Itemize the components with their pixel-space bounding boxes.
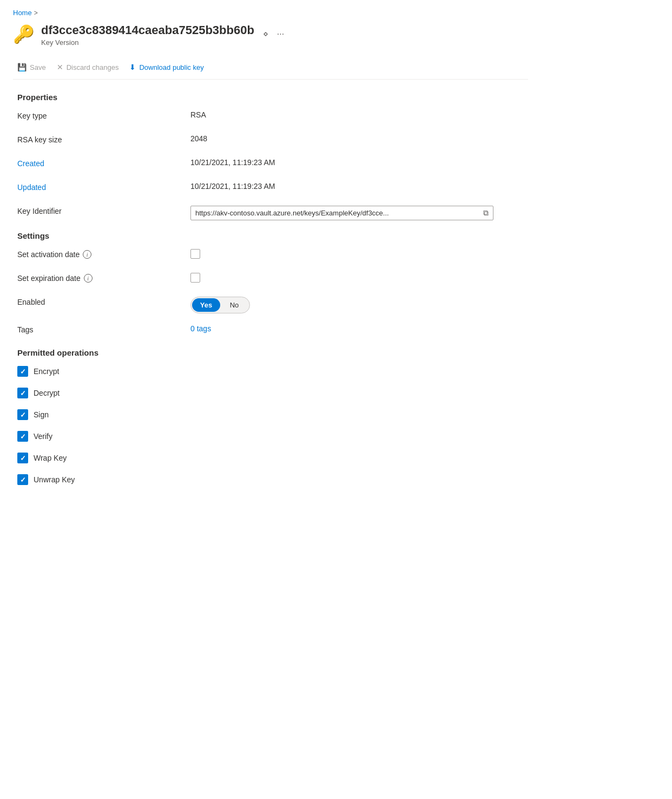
updated-label: Updated	[17, 182, 190, 192]
permitted-operations-list: EncryptDecryptSignVerifyWrap KeyUnwrap K…	[17, 366, 524, 485]
updated-row: Updated 10/21/2021, 11:19:23 AM	[17, 182, 524, 195]
op-row: Wrap Key	[17, 453, 524, 463]
discard-label: Discard changes	[67, 63, 119, 71]
toggle-no[interactable]: No	[220, 298, 248, 312]
copy-icon[interactable]: ⧉	[483, 208, 489, 218]
op-checkbox-verify[interactable]	[17, 431, 28, 442]
toggle-yes[interactable]: Yes	[192, 298, 220, 312]
expiration-date-label: Set expiration date i	[17, 273, 190, 283]
page-header: 🔑 df3cce3c8389414caeaba7525b3bb60b Key V…	[13, 23, 528, 47]
op-label: Decrypt	[34, 389, 60, 397]
page-title: df3cce3c8389414caeaba7525b3bb60b	[41, 23, 254, 37]
key-type-value: RSA	[190, 110, 524, 119]
op-label: Unwrap Key	[34, 475, 75, 484]
expiration-date-row: Set expiration date i	[17, 273, 524, 286]
activation-date-checkbox[interactable]	[190, 249, 200, 259]
key-identifier-label: Key Identifier	[17, 206, 190, 215]
settings-section-title: Settings	[17, 231, 524, 240]
rsa-key-size-value: 2048	[190, 134, 524, 143]
op-row: Encrypt	[17, 366, 524, 377]
created-row: Created 10/21/2021, 11:19:23 AM	[17, 158, 524, 171]
op-label: Wrap Key	[34, 454, 67, 462]
page-subtitle: Key Version	[41, 38, 254, 47]
tags-label: Tags	[17, 324, 190, 334]
save-label: Save	[30, 63, 46, 71]
op-label: Sign	[34, 410, 49, 419]
activation-date-label: Set activation date i	[17, 249, 190, 259]
download-icon: ⬇	[129, 63, 136, 71]
tags-value: 0 tags	[190, 324, 524, 333]
op-checkbox-sign[interactable]	[17, 409, 28, 420]
tags-link[interactable]: 0 tags	[190, 324, 211, 333]
expiration-date-info-icon[interactable]: i	[84, 274, 93, 283]
more-icon: ···	[277, 29, 284, 38]
key-type-row: Key type RSA	[17, 110, 524, 123]
created-label: Created	[17, 158, 190, 168]
rsa-key-size-row: RSA key size 2048	[17, 134, 524, 147]
download-public-key-button[interactable]: ⬇ Download public key	[125, 60, 208, 75]
op-checkbox-unwrap-key[interactable]	[17, 474, 28, 485]
tags-row: Tags 0 tags	[17, 324, 524, 337]
op-label: Encrypt	[34, 367, 59, 376]
save-button[interactable]: 💾 Save	[13, 60, 50, 75]
breadcrumb-home[interactable]: Home	[13, 9, 32, 17]
key-identifier-box: https://akv-contoso.vault.azure.net/keys…	[190, 206, 493, 220]
op-label: Verify	[34, 432, 52, 441]
discard-icon: ✕	[57, 63, 63, 71]
op-row: Unwrap Key	[17, 474, 524, 485]
header-actions: ⋄ ···	[261, 27, 286, 41]
op-row: Sign	[17, 409, 524, 420]
expiration-date-value	[190, 273, 524, 284]
activation-date-row: Set activation date i	[17, 249, 524, 262]
more-options-button[interactable]: ···	[275, 27, 286, 41]
op-checkbox-wrap-key[interactable]	[17, 453, 28, 463]
created-value: 10/21/2021, 11:19:23 AM	[190, 158, 524, 167]
key-identifier-container: https://akv-contoso.vault.azure.net/keys…	[190, 206, 524, 220]
rsa-key-size-label: RSA key size	[17, 134, 190, 144]
updated-value: 10/21/2021, 11:19:23 AM	[190, 182, 524, 191]
op-checkbox-decrypt[interactable]	[17, 388, 28, 398]
save-icon: 💾	[17, 63, 27, 71]
key-type-label: Key type	[17, 110, 190, 120]
activation-date-value	[190, 249, 524, 260]
activation-date-info-icon[interactable]: i	[83, 250, 91, 259]
enabled-row: Enabled Yes No	[17, 297, 524, 313]
discard-button[interactable]: ✕ Discard changes	[52, 60, 123, 75]
properties-section-title: Properties	[17, 93, 524, 102]
toolbar: 💾 Save ✕ Discard changes ⬇ Download publ…	[13, 55, 528, 80]
download-label: Download public key	[139, 63, 203, 71]
pin-icon: ⋄	[263, 29, 268, 38]
main-content: Properties Key type RSA RSA key size 204…	[13, 93, 528, 485]
title-block: df3cce3c8389414caeaba7525b3bb60b Key Ver…	[41, 23, 286, 47]
expiration-date-checkbox[interactable]	[190, 273, 200, 283]
key-identifier-row: Key Identifier https://akv-contoso.vault…	[17, 206, 524, 220]
op-row: Verify	[17, 431, 524, 442]
op-row: Decrypt	[17, 388, 524, 398]
pin-button[interactable]: ⋄	[261, 27, 271, 41]
enabled-toggle[interactable]: Yes No	[190, 297, 250, 313]
key-icon: 🔑	[13, 25, 35, 43]
enabled-label: Enabled	[17, 297, 190, 306]
enabled-toggle-container: Yes No	[190, 297, 524, 313]
op-checkbox-encrypt[interactable]	[17, 366, 28, 377]
breadcrumb: Home >	[13, 9, 528, 17]
permitted-ops-section-title: Permitted operations	[17, 348, 524, 357]
breadcrumb-separator: >	[34, 9, 38, 17]
key-identifier-value: https://akv-contoso.vault.azure.net/keys…	[195, 209, 479, 217]
